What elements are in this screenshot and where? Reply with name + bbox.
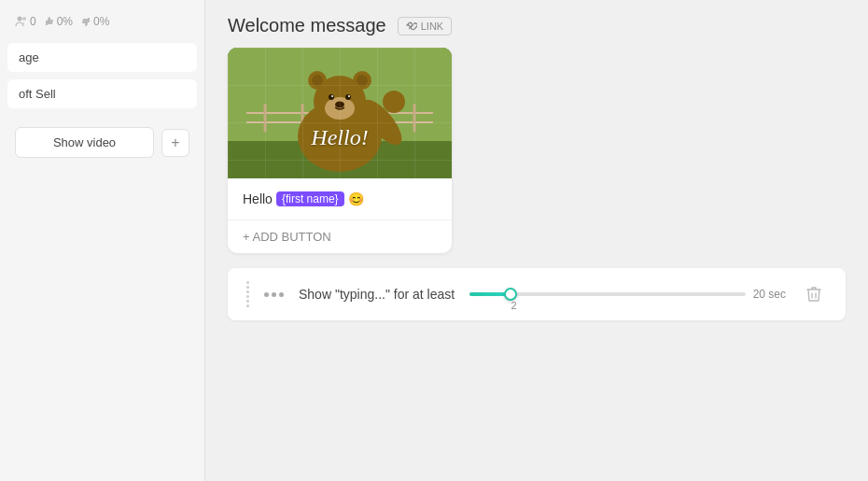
add-button-row: + ADD BUTTON [228, 219, 452, 253]
typing-dots-icon [264, 292, 284, 297]
sidebar-stats: 0 0% 0% [0, 0, 204, 39]
add-button-label: + ADD BUTTON [243, 230, 331, 244]
show-video-button[interactable]: Show video [15, 127, 154, 158]
hello-prefix: Hello [243, 191, 273, 206]
likes-stat: 0% [44, 15, 73, 28]
content-area: Hello! Hello {first name} 😊 + ADD BUTTON [205, 48, 868, 481]
image-hello-text: Hello! [228, 125, 452, 150]
add-item-button[interactable]: + [161, 129, 189, 157]
message-body: Hello {first name} 😊 [228, 178, 452, 219]
bear-image: Hello! [228, 48, 452, 178]
trash-icon [806, 286, 821, 303]
delete-button[interactable] [801, 281, 827, 307]
slider-max-label: 20 sec [753, 288, 786, 301]
dislike-icon [80, 16, 91, 27]
dislikes-stat: 0% [80, 15, 109, 28]
slider-min-label: 2 [511, 300, 516, 311]
svg-point-1 [22, 17, 26, 21]
page-header: Welcome message LINK [205, 0, 868, 48]
typing-label: Show "typing..." for at least [299, 287, 455, 302]
sidebar-item-age[interactable]: age [7, 43, 197, 72]
users-icon [15, 15, 28, 28]
main-content: Welcome message LINK [205, 0, 868, 481]
message-emoji: 😊 [348, 191, 364, 206]
users-stat: 0 [15, 15, 36, 28]
add-button-link[interactable]: + ADD BUTTON [243, 230, 437, 244]
sidebar: 0 0% 0% age oft Sell Show video + [0, 0, 205, 481]
drag-handle[interactable] [246, 281, 249, 307]
like-icon [44, 16, 55, 27]
slider-thumb[interactable] [504, 288, 517, 301]
message-card: Hello! Hello {first name} 😊 + ADD BUTTON [228, 48, 452, 253]
message-text: Hello {first name} 😊 [243, 191, 437, 206]
svg-point-0 [18, 17, 22, 21]
typing-row: Show "typing..." for at least 2 20 sec [228, 268, 846, 320]
link-icon [406, 21, 417, 32]
page-title: Welcome message [228, 15, 386, 36]
grid-overlay [228, 48, 452, 178]
slider-container[interactable]: 2 20 sec [469, 288, 786, 301]
link-badge[interactable]: LINK [398, 17, 452, 35]
slider-track[interactable]: 2 [469, 292, 746, 296]
sidebar-item-soft-sell[interactable]: oft Sell [7, 79, 197, 108]
variable-tag[interactable]: {first name} [276, 191, 344, 206]
link-badge-label: LINK [421, 21, 443, 32]
sidebar-add-area: Show video + [0, 120, 204, 165]
